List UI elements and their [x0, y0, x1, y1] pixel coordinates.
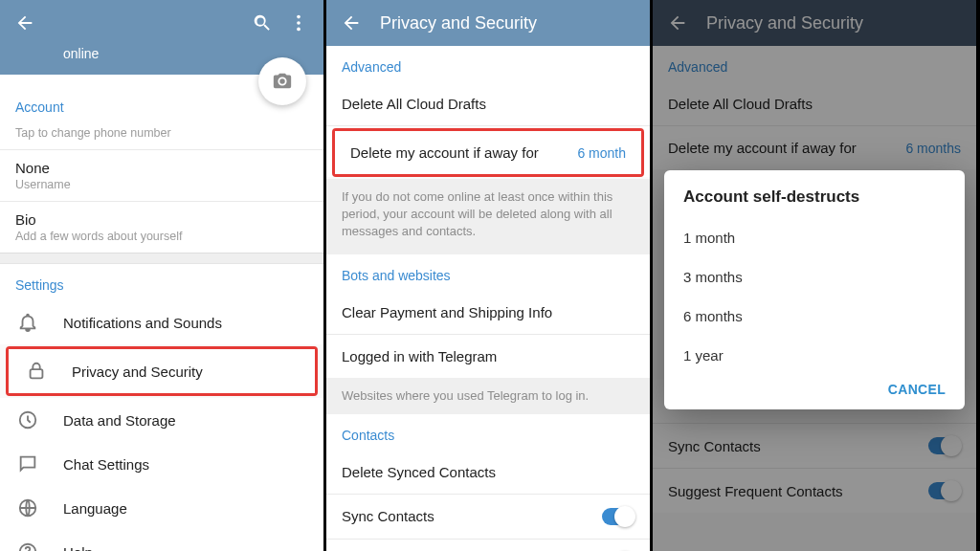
- option-6-months[interactable]: 6 months: [683, 297, 946, 336]
- search-icon[interactable]: [249, 10, 276, 36]
- row-notifications[interactable]: Notifications and Sounds: [0, 300, 323, 344]
- bio-row[interactable]: Bio Add a few words about yourself: [0, 202, 323, 253]
- settings-header: Settings: [0, 264, 323, 300]
- username-row[interactable]: None Username: [0, 150, 323, 201]
- phone-hint[interactable]: Tap to change phone number: [0, 122, 323, 149]
- username-value: None: [15, 160, 71, 176]
- lock-icon: [24, 359, 49, 384]
- row-delete-synced[interactable]: Delete Synced Contacts: [326, 451, 650, 494]
- app-bar: Privacy and Security: [326, 0, 650, 46]
- back-icon[interactable]: [338, 10, 365, 36]
- pane-dialog: Privacy and Security Advanced Delete All…: [653, 0, 979, 551]
- svg-point-1: [297, 21, 301, 25]
- option-1-year[interactable]: 1 year: [683, 336, 946, 375]
- data-icon: [15, 408, 40, 432]
- row-delete-away[interactable]: Delete my account if away for 6 month: [335, 131, 641, 174]
- svg-rect-3: [31, 369, 43, 378]
- bots-desc: Websites where you used Telegram to log …: [326, 378, 650, 414]
- row-privacy[interactable]: Privacy and Security: [9, 349, 315, 393]
- svg-point-2: [297, 28, 301, 32]
- bots-header: Bots and websites: [326, 254, 650, 291]
- row-sync-contacts[interactable]: Sync Contacts: [326, 495, 650, 539]
- dialog-title: Account self-destructs: [683, 187, 946, 207]
- globe-icon: [15, 496, 40, 520]
- advanced-header: Advanced: [326, 46, 650, 82]
- camera-icon: [272, 71, 293, 92]
- page-title: Privacy and Security: [365, 13, 638, 33]
- pane-privacy: Privacy and Security Advanced Delete All…: [326, 0, 653, 551]
- option-3-months[interactable]: 3 months: [683, 257, 946, 297]
- highlight-privacy: Privacy and Security: [6, 346, 318, 396]
- option-1-month[interactable]: 1 month: [683, 218, 946, 257]
- self-destruct-dialog: Account self-destructs 1 month 3 months …: [664, 170, 965, 409]
- pane-settings: online Account Tap to change phone numbe…: [0, 0, 326, 551]
- row-delete-drafts[interactable]: Delete All Cloud Drafts: [326, 82, 650, 125]
- bio-label: Bio: [15, 211, 182, 228]
- highlight-delete-away: Delete my account if away for 6 month: [332, 128, 644, 177]
- chat-icon: [15, 452, 40, 476]
- bell-icon: [15, 310, 40, 335]
- username-sub: Username: [15, 178, 71, 191]
- toggle-sync[interactable]: [602, 508, 635, 525]
- row-chat-settings[interactable]: Chat Settings: [0, 442, 323, 486]
- cancel-button[interactable]: CANCEL: [888, 382, 946, 397]
- delete-away-desc: If you do not come online at least once …: [326, 179, 650, 254]
- app-bar: [0, 0, 323, 46]
- camera-button[interactable]: [258, 57, 306, 105]
- row-data-storage[interactable]: Data and Storage: [0, 398, 323, 442]
- delete-away-value: 6 month: [577, 145, 626, 161]
- bio-sub: Add a few words about yourself: [15, 230, 182, 243]
- svg-point-0: [297, 15, 301, 19]
- row-language[interactable]: Language: [0, 486, 323, 530]
- back-icon[interactable]: [11, 10, 38, 36]
- row-clear-payment[interactable]: Clear Payment and Shipping Info: [326, 291, 650, 334]
- row-suggest-contacts[interactable]: Suggest Frequent Contacts: [326, 540, 650, 551]
- row-help[interactable]: Help: [0, 530, 323, 551]
- row-logged-in[interactable]: Logged in with Telegram: [326, 335, 650, 378]
- delete-away-label: Delete my account if away for: [350, 144, 539, 161]
- contacts-header: Contacts: [326, 414, 650, 451]
- help-icon: [15, 540, 40, 551]
- more-icon[interactable]: [285, 10, 312, 36]
